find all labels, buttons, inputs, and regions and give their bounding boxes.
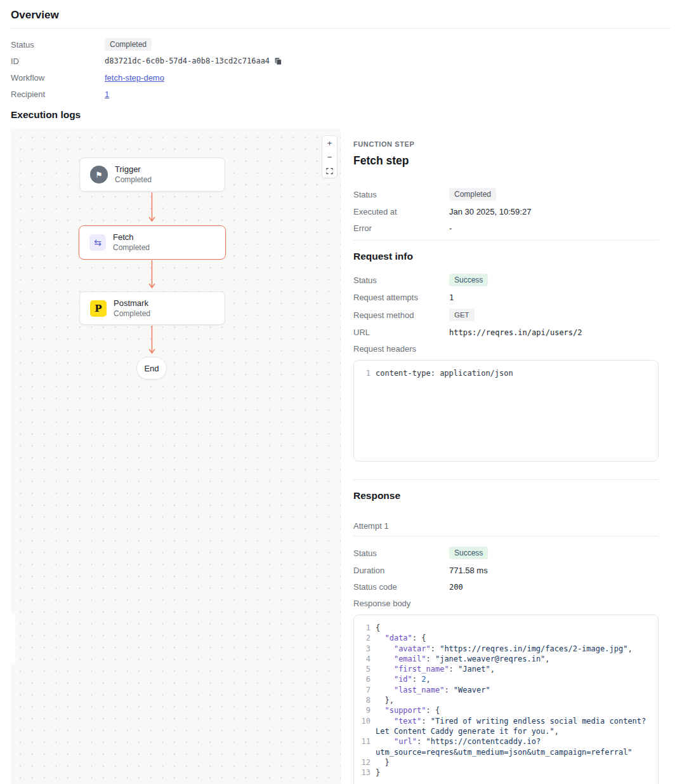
- code-line: 3 "avatar": "https://reqres.in/img/faces…: [354, 644, 650, 654]
- row-response-status: Status Success: [353, 547, 659, 559]
- panel-divider: [353, 240, 659, 241]
- request-info-rows: Status Success Request attempts 1 Reques…: [353, 274, 659, 354]
- step-type-label: FUNCTION STEP: [353, 140, 659, 148]
- overview-row-workflow: Workflow fetch-step-demo: [11, 69, 671, 86]
- code-line: 4 "email": "janet.weaver@reqres.in",: [354, 654, 650, 664]
- edge-trigger-fetch: [148, 192, 156, 225]
- node-status: Completed: [114, 309, 150, 319]
- overview-title: Overview: [11, 9, 671, 22]
- id-value: d83721dc-6c0b-57d4-a0b8-13cd2c716aa4: [105, 56, 282, 65]
- status-badge: Completed: [105, 38, 152, 51]
- request-status-label: Status: [353, 276, 449, 285]
- request-method-badge: GET: [449, 309, 475, 321]
- node-title: Postmark: [114, 298, 150, 309]
- zoom-out-button[interactable]: −: [322, 150, 337, 164]
- step-status-badge: Completed: [449, 188, 496, 201]
- panel-divider: [353, 479, 659, 480]
- node-end[interactable]: End: [136, 357, 167, 380]
- canvas-controls: + −: [322, 135, 338, 178]
- status-code-label: Status code: [353, 582, 449, 592]
- workflow-label: Workflow: [11, 73, 105, 83]
- code-line: 2 "data": {: [354, 633, 650, 643]
- code-line: 5 "first_name": "Janet",: [354, 664, 650, 674]
- row-response-body: Response body: [353, 598, 659, 609]
- overview-row-status: Status Completed: [11, 36, 671, 53]
- code-line: 11 "url": "https://contentcaddy.io?utm_s…: [354, 736, 650, 757]
- response-body-code-block[interactable]: 1{2 "data": {3 "avatar": "https://reqres…: [353, 615, 659, 784]
- code-line: 6 "id": 2,: [354, 674, 650, 684]
- zoom-in-button[interactable]: +: [322, 136, 337, 150]
- node-postmark[interactable]: P Postmark Completed: [79, 291, 225, 325]
- postmark-logo-icon: P: [90, 300, 107, 317]
- response-status-label: Status: [353, 548, 449, 558]
- status-code-value: 200: [449, 583, 463, 592]
- request-headers-code-block[interactable]: 1content-type: application/json: [353, 360, 659, 462]
- code-line: 7 "last_name": "Weaver": [354, 685, 650, 695]
- error-value: -: [449, 223, 452, 233]
- row-request-attempts: Request attempts 1: [353, 292, 659, 303]
- node-status: Completed: [113, 243, 150, 253]
- row-duration: Duration 771.58 ms: [353, 565, 659, 576]
- attempt-label: Attempt 1: [353, 521, 659, 531]
- duration-label: Duration: [353, 566, 449, 575]
- request-info-title: Request info: [353, 250, 659, 263]
- attempt-divider: [353, 536, 659, 536]
- node-trigger-text: Trigger Completed: [115, 164, 152, 185]
- copy-icon[interactable]: [274, 57, 282, 65]
- row-status-code: Status code 200: [353, 581, 659, 592]
- node-fetch[interactable]: ⇆ Fetch Completed: [79, 225, 226, 260]
- row-request-method: Request method GET: [353, 309, 659, 321]
- fit-view-icon: [326, 168, 333, 175]
- node-trigger[interactable]: ⚑ Trigger Completed: [79, 157, 225, 192]
- execution-logs-title: Execution logs: [11, 109, 81, 121]
- response-body-label: Response body: [353, 599, 449, 608]
- code-line: 1content-type: application/json: [354, 368, 650, 378]
- request-status-badge: Success: [449, 274, 488, 286]
- node-title: Fetch: [113, 232, 150, 243]
- overview-row-recipient: Recipient 1: [11, 86, 671, 102]
- code-line: 10 "text": "Tired of writing endless soc…: [354, 716, 650, 737]
- code-line: 13}: [354, 767, 650, 778]
- executed-at-label: Executed at: [353, 207, 449, 216]
- swap-arrows-icon: ⇆: [89, 234, 106, 251]
- overview-section: Overview Status Completed ID d83721dc-6c…: [11, 9, 671, 102]
- id-text: d83721dc-6c0b-57d4-a0b8-13cd2c716aa4: [105, 56, 270, 65]
- edge-postmark-end: [148, 326, 156, 357]
- workflow-canvas[interactable]: ⚑ Trigger Completed ⇆ Fetch Completed P …: [11, 129, 341, 784]
- workflow-run-detail-page: Overview Status Completed ID d83721dc-6c…: [0, 0, 682, 784]
- code-line: 9 "support": {: [354, 705, 650, 715]
- overview-row-id: ID d83721dc-6c0b-57d4-a0b8-13cd2c716aa4: [11, 53, 671, 69]
- code-line: 8 },: [354, 695, 650, 705]
- response-title: Response: [353, 489, 659, 502]
- row-request-url: URL https://reqres.in/api/users/2: [353, 327, 659, 338]
- canvas-left-overlay: [0, 614, 15, 663]
- edge-fetch-postmark: [148, 260, 156, 291]
- row-step-status: Status Completed: [353, 188, 659, 201]
- workflow-link[interactable]: fetch-step-demo: [105, 73, 164, 83]
- request-url-value: https://reqres.in/api/users/2: [449, 328, 582, 337]
- response-status-badge: Success: [449, 547, 488, 559]
- node-status: Completed: [115, 175, 152, 185]
- row-request-headers: Request headers: [353, 343, 659, 354]
- response-rows: Status Success Duration 771.58 ms Status…: [353, 547, 659, 609]
- row-executed-at: Executed at Jan 30 2025, 10:59:27: [353, 206, 659, 217]
- step-detail-panel: FUNCTION STEP Fetch step Status Complete…: [353, 129, 659, 784]
- fit-view-button[interactable]: [322, 164, 337, 178]
- row-error: Error -: [353, 223, 659, 234]
- error-label: Error: [353, 223, 449, 233]
- row-request-status: Status Success: [353, 274, 659, 286]
- request-method-label: Request method: [353, 310, 449, 320]
- code-line: 12 }: [354, 757, 650, 767]
- recipient-link[interactable]: 1: [105, 90, 109, 99]
- request-attempts-label: Request attempts: [353, 293, 449, 302]
- overview-rows: Status Completed ID d83721dc-6c0b-57d4-a…: [11, 36, 671, 102]
- step-status-label: Status: [353, 190, 449, 199]
- request-url-label: URL: [353, 328, 449, 337]
- node-fetch-text: Fetch Completed: [113, 232, 150, 253]
- duration-value: 771.58 ms: [449, 566, 488, 575]
- node-postmark-text: Postmark Completed: [114, 298, 150, 319]
- request-headers-label: Request headers: [353, 344, 449, 354]
- recipient-label: Recipient: [11, 90, 105, 99]
- id-label: ID: [11, 56, 105, 66]
- step-title: Fetch step: [353, 154, 659, 168]
